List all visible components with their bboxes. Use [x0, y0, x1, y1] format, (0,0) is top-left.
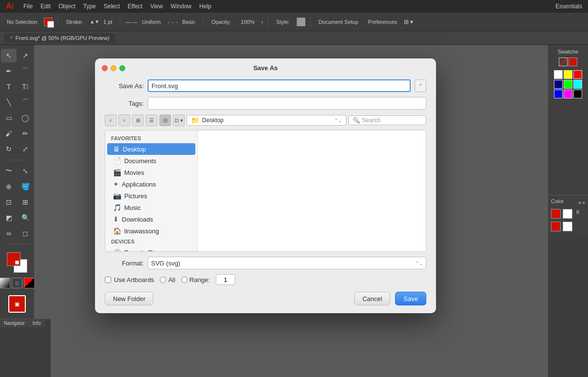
column-view-button[interactable]: ⊟	[159, 114, 171, 126]
applications-icon: ✦	[113, 180, 119, 188]
search-icon: 🔍	[353, 117, 360, 124]
sidebar-item-applications[interactable]: ✦ Applications	[107, 178, 195, 190]
search-bar[interactable]: 🔍 Search	[348, 115, 426, 125]
applications-label: Applications	[122, 181, 156, 188]
location-folder-icon: 📁	[191, 116, 199, 124]
user-icon: 🏠	[113, 227, 121, 235]
all-label: All	[168, 276, 175, 283]
use-artboards-text: Use Artboards	[114, 276, 154, 283]
use-artboards-label[interactable]: Use Artboards	[105, 276, 154, 283]
modal-toolbar: ‹ › ⊞ ☰ ⊟ ⊡ ▾ 📁 Desktop ⌃⌄ 🔍 Search	[105, 114, 426, 126]
movies-icon: 🎬	[113, 169, 121, 176]
all-radio-label[interactable]: All	[160, 276, 175, 283]
sidebar-item-desktop[interactable]: 🖥 Desktop	[107, 143, 195, 155]
minimize-button[interactable]	[111, 65, 116, 71]
sidebar-item-pictures[interactable]: 📷 Pictures	[107, 190, 195, 202]
pictures-icon: 📷	[113, 192, 121, 200]
documents-label: Documents	[124, 157, 156, 165]
format-chevron-icon: ⌃⌄	[415, 261, 423, 266]
forward-button[interactable]: ›	[118, 114, 130, 126]
back-button[interactable]: ‹	[105, 114, 116, 126]
downloads-label: Downloads	[122, 216, 153, 223]
all-radio[interactable]	[160, 277, 166, 283]
tags-input[interactable]	[148, 97, 426, 110]
sidebar-item-documents[interactable]: 📄 Documents	[107, 155, 195, 167]
modal-footer: New Folder Cancel Save	[105, 292, 426, 305]
gallery-view-button[interactable]: ⊡ ▾	[173, 114, 185, 126]
sidebar-item-downloads[interactable]: ⬇ Downloads	[107, 213, 195, 225]
close-button[interactable]	[102, 65, 108, 71]
desktop-icon: 🖥	[113, 145, 120, 153]
tags-label: Tags:	[105, 100, 144, 107]
format-selected-value: SVG (svg)	[151, 260, 180, 267]
save-as-input[interactable]	[148, 79, 411, 92]
format-row: Format: SVG (svg) ⌃⌄	[105, 257, 426, 269]
movies-label: Movies	[124, 169, 144, 176]
remote-disc-icon: 💿	[113, 248, 121, 251]
modal-title: Save As	[103, 64, 428, 72]
save-as-label: Save As:	[105, 82, 144, 90]
save-as-row: Save As: ⌃	[105, 79, 426, 92]
favorites-title: Favorites	[105, 133, 197, 143]
range-radio[interactable]	[181, 277, 188, 283]
user-label: linawassong	[124, 227, 159, 235]
icon-view-button[interactable]: ⊞	[132, 114, 144, 126]
traffic-lights	[102, 65, 125, 71]
remote-disc-label: Remote Disc	[124, 249, 160, 252]
format-label: Format:	[105, 260, 144, 267]
modal-overlay: Save As Save As: ⌃ Tags: ‹ › ⊞ ☰ ⊟ ⊡ ▾	[0, 0, 588, 377]
sidebar-item-remote-disc[interactable]: 💿 Remote Disc	[107, 246, 195, 251]
range-input[interactable]	[216, 274, 235, 285]
list-view-button[interactable]: ☰	[146, 114, 157, 126]
cancel-button[interactable]: Cancel	[354, 292, 390, 305]
location-bar[interactable]: 📁 Desktop ⌃⌄	[187, 115, 346, 126]
file-list-area: Adobe Illustrator (ai) Illustrator EPS (…	[198, 131, 426, 251]
location-chevron-icon: ⌃⌄	[334, 118, 342, 123]
documents-icon: 📄	[113, 157, 121, 165]
modal-body: Save As: ⌃ Tags: ‹ › ⊞ ☰ ⊟ ⊡ ▾ 📁 Desktop	[95, 75, 436, 313]
sidebar-pane: Favorites 🖥 Desktop 📄 Documents 🎬 Movies	[105, 131, 198, 251]
sidebar-item-movies[interactable]: 🎬 Movies	[107, 167, 195, 178]
devices-title: Devices	[105, 237, 197, 246]
file-browser: Favorites 🖥 Desktop 📄 Documents 🎬 Movies	[105, 130, 426, 252]
save-as-modal: Save As Save As: ⌃ Tags: ‹ › ⊞ ☰ ⊟ ⊡ ▾	[95, 58, 436, 313]
sidebar-item-music[interactable]: 🎵 Music	[107, 202, 195, 213]
use-artboards-checkbox[interactable]	[105, 277, 111, 283]
expand-button[interactable]: ⌃	[415, 79, 426, 92]
artboards-row: Use Artboards All Range:	[105, 274, 426, 285]
downloads-icon: ⬇	[113, 215, 119, 223]
maximize-button[interactable]	[119, 65, 125, 71]
music-label: Music	[124, 204, 141, 211]
tags-row: Tags:	[105, 97, 426, 110]
location-text: Desktop	[202, 117, 331, 124]
desktop-label: Desktop	[123, 146, 146, 153]
sidebar-item-user[interactable]: 🏠 linawassong	[107, 225, 195, 237]
range-radio-label[interactable]: Range:	[181, 276, 210, 283]
action-buttons: Cancel Save	[354, 292, 426, 305]
range-label: Range:	[190, 276, 210, 283]
save-button[interactable]: Save	[395, 292, 426, 305]
music-icon: 🎵	[113, 204, 121, 211]
modal-titlebar: Save As	[95, 58, 436, 75]
search-placeholder: Search	[362, 117, 380, 124]
new-folder-button[interactable]: New Folder	[105, 292, 153, 305]
format-select[interactable]: SVG (svg) ⌃⌄	[148, 257, 426, 269]
pictures-label: Pictures	[124, 192, 147, 200]
